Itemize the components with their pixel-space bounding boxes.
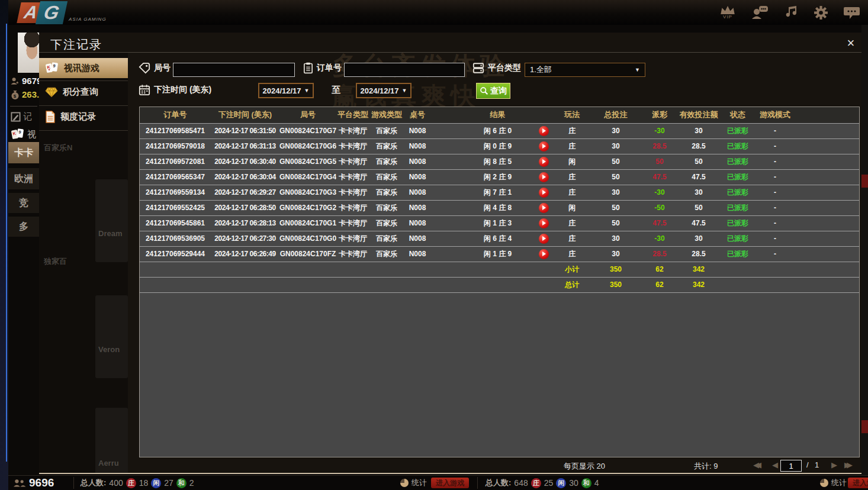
video-replay-icon[interactable] — [539, 172, 549, 182]
cell-result: 闲 0 庄 9 — [431, 138, 532, 154]
app-screen: A G ASIA GAMING VIP — [0, 0, 868, 490]
enter-game-button[interactable]: 进入游戏 — [848, 478, 868, 488]
cell-time: 2024-12-17 06:30:40 — [211, 154, 279, 169]
tie-count: 4 — [594, 478, 599, 488]
table-row[interactable]: 241217069529444 2024-12-17 06:26:49 GN00… — [140, 246, 859, 262]
ag-logo[interactable]: A G ASIA GAMING — [19, 1, 126, 25]
cell-table-no: N008 — [404, 138, 431, 154]
music-icon[interactable] — [784, 5, 798, 20]
gem-icon — [45, 86, 58, 98]
video-replay-icon[interactable] — [539, 157, 549, 167]
table-row[interactable]: 241217069572081 2024-12-17 06:30:40 GN00… — [140, 154, 859, 169]
cell-table-no: N008 — [404, 200, 431, 215]
cell-order: 241217069545861 — [140, 215, 211, 231]
tab-video-games[interactable]: K9 视讯游戏 — [39, 58, 128, 78]
last-page-icon[interactable]: ▶▶ — [844, 460, 849, 469]
page-number-input[interactable] — [780, 460, 802, 472]
video-replay-icon[interactable] — [539, 188, 549, 198]
chat-bubble-icon[interactable] — [844, 5, 860, 20]
video-replay-icon[interactable] — [539, 249, 549, 259]
balance-row: $ 263. — [11, 89, 39, 99]
logo-subtitle: ASIA GAMING — [69, 17, 107, 22]
table-row[interactable]: 241217069579018 2024-12-17 06:31:13 GN00… — [140, 138, 859, 154]
header-game-mode: 游戏模式 — [754, 107, 796, 123]
search-button[interactable]: 查询 — [476, 83, 510, 99]
cell-result: 闲 1 庄 9 — [431, 246, 532, 262]
close-icon[interactable]: × — [843, 36, 859, 51]
sidebar-item-kaka-hall[interactable]: 卡卡 — [8, 142, 39, 163]
table-stats-right: 总人数: 648 庄 25 闲 30 和 4 — [486, 476, 599, 490]
total-total-bet: 350 — [589, 277, 643, 292]
cell-filler — [796, 138, 859, 154]
platform-select[interactable]: 1.全部 ▼ — [525, 63, 645, 77]
cell-total-bet: 50 — [589, 200, 643, 215]
cell-table-no: N008 — [404, 154, 431, 169]
cell-platform: 卡卡湾厅 — [336, 200, 369, 215]
sidebar-divider — [10, 106, 37, 107]
date-from-value: 2024/12/17 — [263, 86, 301, 95]
stats-button-right[interactable]: 统计 — [820, 476, 847, 490]
cell-round: GN00824C170FZ — [279, 246, 336, 262]
cell-table-no: N008 — [404, 185, 431, 200]
video-replay-icon[interactable] — [539, 141, 549, 151]
video-replay-icon[interactable] — [539, 218, 549, 228]
edit-label-fragment: 记 — [23, 111, 32, 122]
tab-points-query[interactable]: 积分查询 — [39, 82, 128, 102]
cell-game-mode: - — [754, 215, 796, 231]
people-icon — [13, 479, 26, 488]
title-divider — [39, 52, 861, 53]
cell-filler — [796, 200, 859, 215]
table-row[interactable]: 241217069559134 2024-12-17 06:29:27 GN00… — [140, 185, 859, 200]
tab-label: 视讯游戏 — [64, 63, 99, 74]
tab-credit-records[interactable]: 额度记录 — [39, 107, 128, 127]
cell-valid-bet: 30 — [676, 185, 721, 200]
sidebar-item-europe-hall[interactable]: 欧洲 — [8, 168, 39, 189]
table-header-row: 订单号 下注时间 (美东) 局号 平台类型 游戏类型 桌号 结果 玩法 总投注 … — [140, 107, 859, 123]
cell-game-mode: - — [754, 123, 796, 138]
user-avatar[interactable] — [18, 33, 39, 73]
sidebar-item-jing-hall[interactable]: 竞 — [8, 193, 39, 213]
subtotal-label: 小计 — [555, 262, 589, 277]
vip-crown-icon[interactable]: VIP — [720, 5, 735, 20]
cell-time: 2024-12-17 06:31:50 — [211, 123, 279, 138]
per-page-label: 每页显示 20 — [564, 461, 605, 472]
video-replay-icon[interactable] — [539, 126, 549, 136]
table-row[interactable]: 241217069565347 2024-12-17 06:30:04 GN00… — [140, 169, 859, 185]
cell-game-type: 百家乐 — [369, 200, 404, 215]
cell-total-bet: 50 — [589, 154, 643, 169]
cell-result: 闲 6 庄 0 — [431, 123, 532, 138]
tie-badge: 和 — [581, 478, 591, 488]
header-order: 订单号 — [140, 107, 211, 123]
video-replay-icon[interactable] — [539, 234, 549, 244]
cell-filler — [796, 246, 859, 262]
cell-order: 241217069572081 — [140, 154, 211, 169]
table-row[interactable]: 241217069536905 2024-12-17 06:27:30 GN00… — [140, 231, 859, 246]
pagination-bar: 每页显示 20 共计: 9 ◀◀ ◀ / 1 ▶ ▶▶ — [39, 460, 861, 474]
cell-order: 241217069579018 — [140, 138, 211, 154]
table-row[interactable]: 241217069552425 2024-12-17 06:28:50 GN00… — [140, 200, 859, 215]
table-row[interactable]: 241217069545861 2024-12-17 06:28:13 GN00… — [140, 215, 859, 231]
banker-count: 25 — [544, 478, 554, 488]
settings-gear-icon[interactable] — [814, 5, 828, 20]
date-from-dropdown[interactable]: 2024/12/17 ▼ — [258, 83, 314, 98]
round-id-input[interactable] — [173, 63, 295, 77]
enter-game-button[interactable]: 进入游戏 — [431, 478, 469, 488]
cell-valid-bet: 30 — [676, 123, 721, 138]
cell-total-bet: 30 — [589, 185, 643, 200]
video-replay-icon[interactable] — [539, 203, 549, 213]
prev-page-icon[interactable]: ◀ — [772, 460, 778, 469]
stats-button-left[interactable]: 统计 — [400, 476, 427, 490]
cell-platform: 卡卡湾厅 — [336, 231, 369, 246]
order-id-input[interactable] — [344, 63, 465, 77]
next-page-icon[interactable]: ▶ — [831, 460, 837, 469]
first-page-icon[interactable]: ◀◀ — [753, 460, 758, 469]
topbar-icon-group: VIP — [720, 0, 860, 25]
edit-record-row[interactable]: 记 — [11, 111, 32, 122]
video-games-row[interactable]: K9 视 — [11, 128, 36, 141]
subtotal-payout: 62 — [643, 262, 676, 277]
date-to-dropdown[interactable]: 2024/12/17 ▼ — [356, 83, 412, 98]
sidebar-item-multi-table[interactable]: 多 — [8, 217, 39, 237]
cell-status: 已派彩 — [721, 215, 754, 231]
customer-service-icon[interactable] — [751, 5, 769, 20]
table-row[interactable]: 241217069585471 2024-12-17 06:31:50 GN00… — [140, 123, 859, 138]
